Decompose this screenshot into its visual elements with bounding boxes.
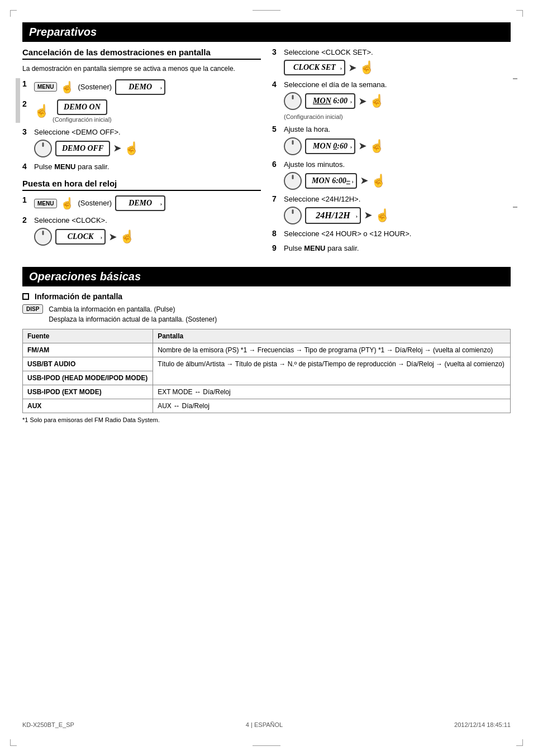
disp-button: DISP [22,304,43,314]
hand-rclk-7: ☝ [375,208,390,223]
clock-step1-sostener: (Sostener) [78,198,112,208]
demo-step-2: 2 ☝ DEMO ON (Configuración inicial) [22,99,261,123]
hand-icon-1: ☝ [60,80,74,94]
sub3-title: Información de pantalla [22,292,511,301]
rclk-step-9: 9 Pulse MENU para salir. [272,243,511,253]
table-cell-source: USB/BT AUDIO [23,357,153,371]
arrow-rclk-4: ➤ [359,96,366,107]
rclk-step5-content: MON 0:60 › ➤ ☝ [284,137,384,155]
section1-header: Preparativos [22,22,511,42]
arrow-rclk-6: ➤ [360,175,368,186]
mon-600-min-display: MON 6:00– › [305,173,357,189]
table-cell-display: AUX ↔ Día/Reloj [153,399,511,413]
corner-mark-tr [516,10,523,17]
step-num-2: 2 [22,99,31,108]
clock-step2-label: Seleccione <CLOCK>. [34,216,135,226]
table-cell-source: USB-IPOD (EXT MODE) [23,385,153,399]
arrow-clock-2: ➤ [109,232,116,242]
step-num-4: 4 [22,162,31,171]
rclk-step4-content: MON 6:00 › ➤ ☝ [284,92,387,110]
step3-label: Seleccione <DEMO OFF>. [34,127,139,137]
rclk-step5-label: Ajuste la hora. [284,125,384,135]
table-cell-source: FM/AM [23,343,153,357]
rclk-step-num-7: 7 [272,194,281,203]
clock-step-num-1: 1 [22,195,31,204]
rclk-step8-label: Seleccione <24 HOUR> o <12 HOUR>. [284,229,411,239]
knob-rclk-6 [284,172,302,190]
clock-step-1: 1 MENU ☝ (Sostener) DEMO › [22,195,261,211]
hand-rclk-4: ☝ [369,94,384,108]
rclk-step3-content: CLOCK SET › ➤ ☝ [284,60,374,75]
menu-button-icon: MENU [34,82,57,92]
step-num-3: 3 [22,127,31,136]
clock-set-display: CLOCK SET › [284,60,345,75]
rclk-step-5: 5 Ajuste la hora. MON 0:60 › ➤ ☝ [272,125,511,155]
disp-desc-2: Desplaza la información actual de la pan… [49,314,217,324]
rclk-step-4: 4 Seleccione el día de la semana. MON 6:… [272,80,511,120]
chevron-clock-2: › [101,234,102,240]
table-cell-display: Nombre de la emisora (PS) *1 → Frecuenci… [153,343,511,357]
table-cell-source: USB-IPOD (HEAD MODE/IPOD MODE) [23,371,153,385]
right-column: 3 Seleccione <CLOCK SET>. CLOCK SET › ➤ … [272,47,511,258]
rclk-step-num-5: 5 [272,125,281,133]
step4-label: Pulse MENU para salir. [34,162,109,172]
main-layout: Cancelación de las demostraciones en pan… [22,47,511,258]
sub1-title: Cancelación de las demostraciones en pan… [22,47,261,60]
demo-step-3: 3 Seleccione <DEMO OFF>. DEMO OFF ➤ ☝ [22,127,261,157]
menu-bold-1: MENU [54,162,75,171]
table-row: USB/BT AUDIOTítulo de álbum/Artista → Tí… [23,357,511,371]
rclk-step-num-8: 8 [272,229,281,238]
rclk-step-7: 7 Seleccione <24H/12H>. 24H/12H › ➤ ☝ [272,194,511,224]
hand-rclk-5: ☝ [369,139,384,154]
arrow-rclk-5: ➤ [359,141,366,151]
footnote: *1 Solo para emisoras del FM Radio Data … [22,417,511,423]
demo-step-1: 1 MENU ☝ (Sostener) DEMO › [22,79,261,95]
step2-config-label: (Configuración inicial) [53,116,112,123]
corner-mark-tl [10,10,17,17]
table-cell-display: Título de álbum/Artista → Título de pist… [153,357,511,385]
knob-rclk-5 [284,137,302,155]
hand-icon-clock-1: ☝ [60,197,74,210]
chevron-mon5: › [350,143,352,149]
rclk-step-num-4: 4 [272,80,281,89]
demo-step-4: 4 Pulse MENU para salir. [22,162,261,172]
rclk-step-8: 8 Seleccione <24 HOUR> o <12 HOUR>. [272,229,511,239]
hand-rclk-3: ☝ [359,60,374,75]
arrow-rclk-7: ➤ [364,210,372,221]
chevron-clock: › [160,200,162,207]
section2-header: Operaciones básicas [22,267,511,286]
arrow-rclk-3: ➤ [349,63,356,73]
rclk-step6-content: MON 6:00– › ➤ ☝ [284,172,386,190]
rclk-step4-label: Seleccione el día de la semana. [284,80,387,90]
mon-0-60-display: MON 0:60 › [305,138,355,154]
left-sidebar-decoration [16,78,20,123]
hand-icon-clock-2: ☝ [120,229,135,244]
mon-600-display: MON 6:00 › [305,93,355,109]
section1-title: Preparativos [29,26,97,38]
table-row: AUXAUX ↔ Día/Reloj [23,399,511,413]
chevron-icon-1: › [160,84,162,90]
checkbox-decoration [22,293,29,300]
menu-bold-2: MENU [304,244,325,252]
left-column: Cancelación de las demostraciones en pan… [22,47,261,258]
rclk-step-6: 6 Ajuste los minutos. MON 6:00– › ➤ ☝ [272,160,511,190]
step-num-1: 1 [22,79,31,88]
knob-rclk-4 [284,92,302,110]
clock-display: CLOCK › [55,229,106,245]
chevron-mon6: › [352,178,354,184]
top-center-mark [253,10,280,11]
rclk-step7-content: 24H/12H › ➤ ☝ [284,207,390,224]
clock-step2-content: CLOCK › ➤ ☝ [34,228,135,246]
table-header-source: Fuente [23,329,153,343]
knob-icon-3 [34,140,52,157]
step1-sostener: (Sostener) [78,82,112,92]
knob-rclk-7 [284,207,302,224]
info-table: Fuente Pantalla FM/AMNombre de la emisor… [22,329,511,413]
hand-icon-2: ☝ [34,104,49,118]
hand-icon-3: ☝ [124,141,139,156]
demo-off-display: DEMO OFF [55,141,110,156]
rclk-step4-sub: (Configuración inicial) [284,113,387,120]
menu-button-clock: MENU [34,199,57,208]
mon-day-text: MON [313,97,331,105]
step2-content: ☝ DEMO ON (Configuración inicial) [34,99,112,123]
